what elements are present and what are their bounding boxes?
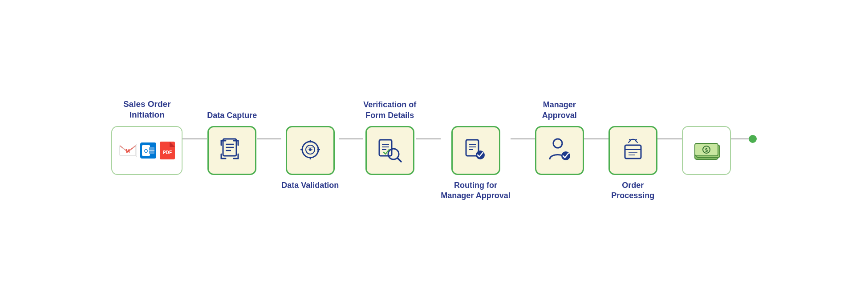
line-5 bbox=[511, 138, 535, 139]
label-verification: Verification of Form Details bbox=[363, 98, 416, 121]
line-3 bbox=[339, 138, 363, 139]
label-data-capture: Data Capture bbox=[207, 98, 257, 121]
diagram-container: Sales Order Initiation M O bbox=[0, 0, 868, 301]
node-source: Sales Order Initiation M O bbox=[111, 98, 183, 203]
flow-wrapper: Sales Order Initiation M O bbox=[111, 98, 756, 203]
node-data-capture: Data Capture bbox=[207, 98, 257, 203]
order-processing-icon bbox=[619, 136, 647, 165]
source-box: M O PDF bbox=[111, 126, 183, 175]
connector-4 bbox=[416, 138, 441, 139]
line-8 bbox=[731, 138, 749, 139]
data-capture-icon bbox=[218, 136, 246, 165]
label-data-validation: Data Validation bbox=[281, 180, 339, 203]
data-validation-icon bbox=[296, 136, 324, 165]
node-order-processing: Order Processing bbox=[608, 98, 657, 203]
connector-6 bbox=[584, 138, 608, 139]
line-4 bbox=[416, 138, 441, 139]
svg-line-28 bbox=[397, 158, 401, 162]
end-box: $ bbox=[682, 126, 731, 175]
outlook-icon: O bbox=[140, 142, 156, 159]
order-processing-box bbox=[608, 126, 657, 175]
svg-text:M: M bbox=[126, 148, 130, 154]
node-end: $ bbox=[682, 98, 731, 203]
data-validation-box bbox=[286, 126, 335, 175]
label-sales-order-initiation: Sales Order Initiation bbox=[123, 98, 171, 121]
line-6 bbox=[584, 138, 608, 139]
line-1 bbox=[183, 138, 207, 139]
node-routing: Routing for Manager Approval bbox=[441, 98, 510, 203]
verification-icon bbox=[376, 136, 404, 165]
node-verification: Verification of Form Details bbox=[363, 98, 416, 203]
connector-7 bbox=[657, 138, 682, 139]
source-icons: M O PDF bbox=[119, 142, 175, 159]
connector-3 bbox=[339, 138, 363, 139]
connector-8 bbox=[731, 138, 749, 139]
connector-2 bbox=[257, 138, 281, 139]
svg-rect-36 bbox=[625, 145, 641, 159]
money-icon: $ bbox=[692, 136, 721, 165]
svg-text:PDF: PDF bbox=[163, 150, 172, 155]
svg-text:O: O bbox=[144, 148, 148, 154]
label-order-processing: Order Processing bbox=[611, 180, 654, 203]
manager-approval-icon bbox=[545, 136, 574, 165]
pdf-icon: PDF bbox=[160, 142, 175, 159]
svg-text:$: $ bbox=[705, 147, 708, 153]
data-capture-box bbox=[207, 126, 256, 175]
connector-5 bbox=[511, 138, 535, 139]
verification-box bbox=[365, 126, 414, 175]
gmail-icon: M bbox=[119, 144, 137, 157]
line-2 bbox=[257, 138, 281, 139]
svg-point-34 bbox=[553, 139, 562, 148]
end-dot bbox=[749, 135, 757, 143]
label-manager-approval: Manager Approval bbox=[542, 98, 577, 121]
node-manager-approval: Manager Approval bbox=[535, 98, 584, 203]
routing-box bbox=[451, 126, 500, 175]
connector-1 bbox=[183, 138, 207, 139]
node-data-validation: Data Validation bbox=[281, 98, 339, 203]
line-7 bbox=[657, 138, 682, 139]
routing-icon bbox=[462, 136, 490, 165]
manager-approval-box bbox=[535, 126, 584, 175]
label-routing: Routing for Manager Approval bbox=[441, 180, 510, 203]
